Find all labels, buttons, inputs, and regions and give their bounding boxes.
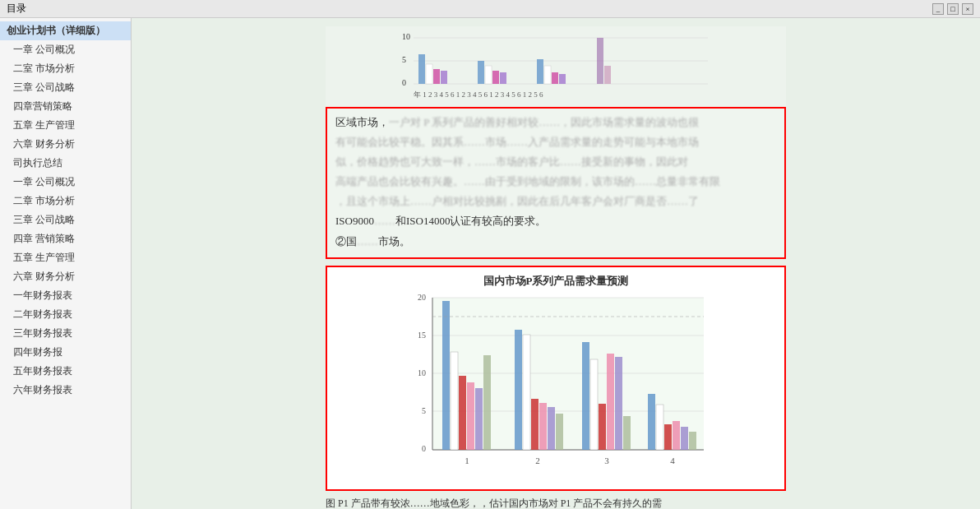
maximize-button[interactable]: □: [947, 3, 959, 15]
sidebar-item-16[interactable]: 三年财务报表: [0, 324, 131, 343]
svg-rect-48: [582, 342, 589, 450]
svg-rect-60: [689, 432, 696, 450]
svg-rect-14: [537, 59, 543, 84]
svg-text:2: 2: [535, 456, 540, 465]
svg-rect-10: [478, 61, 484, 84]
svg-rect-35: [451, 352, 458, 450]
svg-rect-17: [559, 74, 566, 84]
sidebar-item-4[interactable]: 四章营销策略: [0, 97, 131, 116]
svg-text:10: 10: [402, 32, 410, 41]
svg-rect-18: [597, 38, 603, 84]
text-line-6: ISO9000……和ISO14000认证有较高的要求。: [335, 212, 776, 230]
svg-rect-6: [418, 54, 425, 84]
close-button[interactable]: ×: [962, 3, 973, 15]
sidebar-item-13[interactable]: 六章 财务分析: [0, 267, 131, 286]
text-line-3: 似，价格趋势也可大致一样，……市场的客户比……接受新的事物，因此对: [335, 153, 776, 171]
svg-rect-55: [648, 394, 655, 450]
svg-rect-51: [607, 354, 614, 450]
svg-text:15: 15: [418, 331, 426, 340]
sidebar-item-7[interactable]: 司执行总结: [0, 154, 131, 173]
sidebar-item-17[interactable]: 四年财务报: [0, 343, 131, 362]
svg-rect-11: [485, 66, 492, 84]
svg-text:4: 4: [670, 456, 675, 465]
sidebar-item-1[interactable]: 一章 公司概况: [0, 40, 131, 59]
sidebar-item-10[interactable]: 三章 公司战略: [0, 211, 131, 229]
top-chart-area: 10 5 0: [326, 26, 786, 107]
text-content-block: 区域市场，一户对 P 系列产品的善好相对较……，因此市场需求量的波动也很 有可能…: [326, 107, 786, 259]
sidebar-item-12[interactable]: 五章 生产管理: [0, 248, 131, 267]
sidebar-item-3[interactable]: 三章 公司战略: [0, 78, 131, 97]
svg-rect-42: [523, 335, 530, 450]
svg-text:年 1 2 3 4 5 6    1 2 3 4 5 6  : 年 1 2 3 4 5 6 1 2 3 4 5 6 1 2 3 4 5 6 1 …: [414, 90, 543, 99]
sidebar-item-0[interactable]: 创业计划书（详细版）: [0, 21, 131, 40]
sidebar-item-5[interactable]: 五章 生产管理: [0, 116, 131, 135]
sidebar-item-19[interactable]: 六年财务报表: [0, 381, 131, 400]
sidebar: 创业计划书（详细版） 一章 公司概况 二室 市场分析 三章 公司战略 四章营销策…: [0, 18, 132, 509]
svg-rect-37: [467, 382, 474, 450]
svg-text:3: 3: [604, 456, 609, 465]
minimize-button[interactable]: _: [932, 3, 944, 15]
svg-rect-45: [548, 407, 555, 450]
sidebar-item-14[interactable]: 一年财务报表: [0, 286, 131, 305]
text-line-1: 区域市场，一户对 P 系列产品的善好相对较……，因此市场需求量的波动也很: [335, 113, 776, 132]
svg-rect-34: [442, 301, 450, 450]
svg-rect-49: [590, 359, 598, 450]
svg-text:20: 20: [418, 294, 426, 302]
svg-rect-57: [664, 424, 672, 450]
title-bar-title: 目录: [7, 2, 26, 16]
svg-rect-16: [552, 72, 558, 84]
text-line-7: ②国……市场。: [335, 233, 776, 251]
svg-rect-9: [441, 71, 447, 84]
svg-text:10: 10: [418, 368, 426, 377]
sidebar-item-8[interactable]: 一章 公司概况: [0, 173, 131, 192]
text-line-4: 高端产品也会比较有兴趣。……由于受到地域的限制，该市场的……总量非常有限: [335, 173, 776, 191]
svg-rect-53: [623, 416, 631, 450]
svg-rect-50: [599, 404, 606, 450]
svg-rect-12: [492, 71, 499, 84]
text-line-2: 有可能会比较平稳。因其系……市场……入产品需求量的走势可能与本地市场: [335, 133, 776, 151]
title-bar-buttons: _ □ ×: [932, 3, 973, 15]
svg-rect-46: [556, 414, 563, 450]
svg-rect-36: [459, 376, 466, 450]
svg-rect-13: [500, 72, 506, 84]
svg-text:0: 0: [422, 444, 426, 453]
document-page: 10 5 0: [326, 26, 786, 501]
content-area: 10 5 0: [132, 18, 980, 509]
svg-rect-44: [539, 403, 547, 450]
top-bar-chart: 10 5 0: [395, 30, 716, 104]
svg-text:1: 1: [465, 456, 469, 465]
svg-rect-19: [604, 66, 611, 84]
main-bar-chart: 20 15 10 5 0 1: [400, 294, 712, 483]
svg-rect-56: [656, 405, 663, 450]
bottom-text: 图 P1 产品带有较浓……地域色彩，，估计国内市场对 P1 产品不会有持久的需 …: [326, 496, 786, 509]
sidebar-item-18[interactable]: 五年财务报表: [0, 362, 131, 381]
text-line-5: ，且这个市场上……户相对比较挑剔，因此在后几年客户会对厂商是否……了: [335, 192, 776, 211]
title-bar: 目录 _ □ ×: [0, 0, 980, 18]
chart-title: 国内市场P系列产品需求量预测: [334, 274, 778, 289]
svg-rect-59: [681, 427, 688, 450]
sidebar-item-9[interactable]: 二章 市场分析: [0, 192, 131, 211]
sidebar-item-15[interactable]: 二年财务报表: [0, 305, 131, 324]
svg-text:5: 5: [422, 406, 426, 415]
svg-text:0: 0: [402, 78, 406, 87]
svg-rect-38: [475, 388, 483, 450]
svg-text:5: 5: [402, 55, 406, 64]
svg-rect-52: [615, 357, 622, 450]
svg-rect-43: [531, 399, 539, 450]
sidebar-item-6[interactable]: 六章 财务分析: [0, 135, 131, 154]
main-chart-container: 国内市场P系列产品需求量预测 20 15: [326, 266, 786, 491]
bottom-text-line1: 图 P1 产品带有较浓……地域色彩，，估计国内市场对 P1 产品不会有持久的需: [326, 496, 786, 509]
svg-rect-58: [673, 421, 680, 450]
sidebar-item-11[interactable]: 四章 营销策略: [0, 229, 131, 248]
svg-rect-39: [483, 355, 491, 450]
sidebar-item-2[interactable]: 二室 市场分析: [0, 59, 131, 78]
svg-rect-15: [544, 66, 551, 84]
svg-rect-8: [433, 69, 440, 84]
svg-rect-7: [426, 64, 432, 84]
main-layout: 创业计划书（详细版） 一章 公司概况 二室 市场分析 三章 公司战略 四章营销策…: [0, 18, 980, 509]
svg-rect-41: [515, 330, 522, 450]
